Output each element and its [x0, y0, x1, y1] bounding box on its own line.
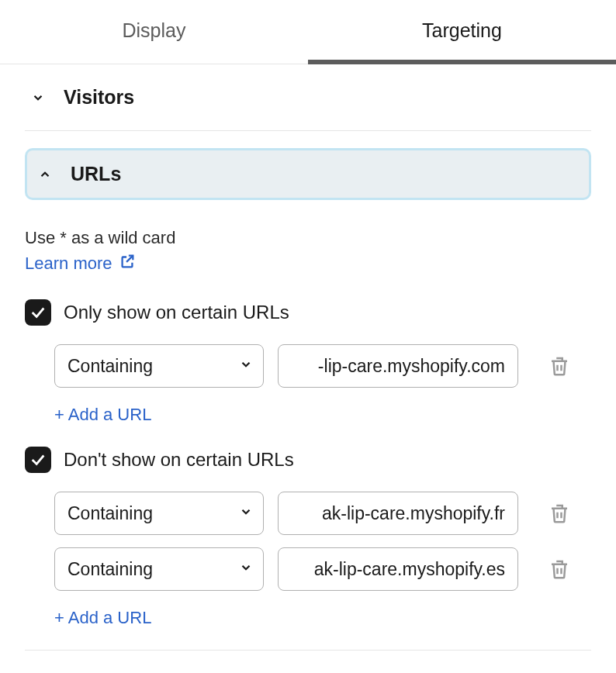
check-icon: [29, 304, 47, 321]
dont-show-rule-row-0: Containing: [25, 492, 591, 535]
targeting-panel: Visitors URLs Use * as a wild card Learn…: [0, 64, 616, 673]
trash-icon: [548, 354, 571, 378]
check-icon: [29, 451, 47, 468]
dont-show-rule-row-1: Containing: [25, 547, 591, 591]
only-show-match-select[interactable]: Containing: [54, 344, 264, 388]
dont-show-checkbox[interactable]: [25, 447, 51, 473]
dont-show-url-input-0[interactable]: [278, 492, 518, 535]
accordion-visitors[interactable]: Visitors: [25, 64, 591, 131]
trash-icon: [548, 502, 571, 525]
trash-icon: [548, 557, 571, 581]
accordion-urls[interactable]: URLs: [25, 148, 591, 200]
dont-show-match-select-wrap: Containing: [54, 492, 264, 535]
learn-more-label: Learn more: [25, 254, 112, 274]
accordion-visitors-title: Visitors: [64, 86, 134, 109]
tab-display[interactable]: Display: [0, 0, 308, 64]
accordion-urls-title: URLs: [71, 163, 121, 185]
dont-show-url-input-1[interactable]: [278, 547, 518, 591]
only-show-label: Only show on certain URLs: [64, 302, 289, 323]
urls-body: Use * as a wild card Learn more Only sho…: [25, 200, 591, 651]
tab-bar: Display Targeting: [0, 0, 616, 64]
only-show-url-input[interactable]: [278, 344, 518, 388]
delete-button[interactable]: [548, 557, 571, 581]
delete-button[interactable]: [548, 502, 571, 525]
learn-more-link[interactable]: Learn more: [25, 253, 136, 274]
dont-show-match-select-1[interactable]: Containing: [54, 547, 264, 591]
chevron-down-icon: [31, 91, 45, 105]
dont-show-match-select-0[interactable]: Containing: [54, 492, 264, 535]
dont-show-group: Don't show on certain URLs Containing: [25, 447, 591, 628]
only-show-checkbox[interactable]: [25, 299, 51, 326]
delete-button[interactable]: [548, 354, 571, 378]
dont-show-add-url[interactable]: + Add a URL: [25, 608, 151, 628]
tab-targeting[interactable]: Targeting: [308, 0, 616, 64]
only-show-check-row: Only show on certain URLs: [25, 299, 591, 326]
wildcard-hint: Use * as a wild card: [25, 228, 591, 248]
only-show-match-select-wrap: Containing: [54, 344, 264, 388]
dont-show-match-select-wrap: Containing: [54, 547, 264, 591]
external-link-icon: [119, 253, 136, 274]
only-show-add-url[interactable]: + Add a URL: [25, 405, 151, 425]
only-show-rule-row: Containing: [25, 344, 591, 388]
dont-show-label: Don't show on certain URLs: [64, 449, 294, 471]
dont-show-check-row: Don't show on certain URLs: [25, 447, 591, 473]
chevron-up-icon: [38, 167, 52, 181]
divider: [25, 650, 591, 651]
only-show-group: Only show on certain URLs Containing + A…: [25, 299, 591, 425]
